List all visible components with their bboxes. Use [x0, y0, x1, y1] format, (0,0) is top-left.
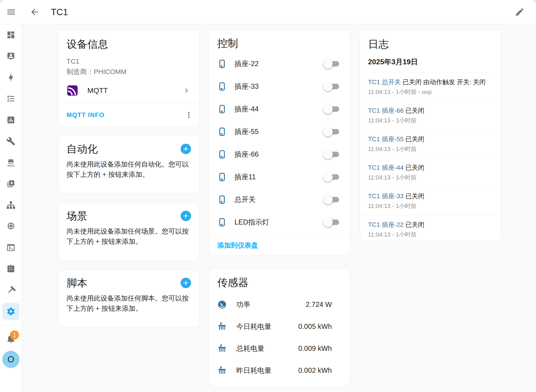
- meter-electric-icon: [217, 344, 227, 353]
- entity-toggle[interactable]: [324, 152, 339, 157]
- sensor-label: 总耗电量: [236, 344, 298, 353]
- logbook-action: 已关闭: [405, 193, 424, 200]
- logbook-entity-link[interactable]: TC1 插座-55: [368, 135, 404, 143]
- sensor-label: 昨日耗电量: [236, 366, 298, 375]
- control-row: 插座-44: [217, 98, 342, 120]
- logbook-action: 已关闭: [405, 221, 424, 228]
- page-title: TC1: [51, 7, 513, 17]
- add-button[interactable]: [181, 278, 191, 288]
- logbook-entity-link[interactable]: TC1 插座-22: [368, 221, 404, 228]
- sidebar-item-hacs[interactable]: [0, 152, 22, 173]
- integration-row-mqtt[interactable]: MQTT: [66, 85, 191, 96]
- control-row: 插座-66: [217, 143, 342, 166]
- hacs-icon: [6, 158, 15, 167]
- entity-toggle[interactable]: [324, 106, 339, 112]
- entity-toggle[interactable]: [324, 129, 339, 135]
- user-avatar[interactable]: O: [2, 351, 19, 368]
- logbook-title: 日志: [368, 38, 493, 50]
- card-scenes: 场景 尚未使用此设备添加任何场景。您可以按下上方的 + 按钮来添加。: [58, 202, 199, 261]
- logbook-time: 11:04:13 - 1小时前: [368, 202, 493, 210]
- sensor-row[interactable]: 功率 2.724 W: [217, 294, 342, 316]
- integration-label: MQTT: [87, 86, 182, 95]
- logbook-time: 11:04:13 - 1小时前: [368, 231, 493, 238]
- entity-label: 插座-55: [234, 127, 324, 136]
- sidebar-item-media[interactable]: [0, 173, 22, 194]
- socket-icon: [217, 149, 227, 159]
- sidebar-item-history[interactable]: [0, 109, 22, 131]
- sitemap-icon: [6, 201, 15, 210]
- dashboard-icon: [6, 30, 15, 39]
- add-button[interactable]: [181, 144, 191, 154]
- sidebar-item-settings[interactable]: [0, 301, 22, 322]
- logbook-entry: TC1 插座-55 已关闭 11:04:13 - 1小时前: [360, 130, 501, 158]
- hammer-icon: [6, 286, 15, 295]
- control-row: 插座11: [217, 166, 342, 188]
- sensor-label: 功率: [236, 300, 306, 309]
- person-badge-icon: [6, 51, 15, 61]
- logbook-card: 日志 2025年3月19日 TC1 总开关 已关闭 由动作触发 开关: 关闭 1…: [360, 30, 501, 241]
- entity-label: 插座-66: [234, 149, 324, 159]
- chevron-right-icon: [182, 86, 191, 95]
- entity-label: LED指示灯: [234, 218, 324, 227]
- device-info-card: 设备信息 TC1 制造商：PHICOMM MQTT: [58, 30, 199, 127]
- logbook-entity-link[interactable]: TC1 总开关: [368, 79, 401, 86]
- back-button[interactable]: [27, 5, 42, 19]
- socket-icon: [217, 104, 227, 114]
- logbook-time: 11:04:13 - 1小时前 - oop: [368, 88, 493, 96]
- sidebar-item-logbook[interactable]: [0, 88, 22, 109]
- sidebar-item-terminal[interactable]: [0, 237, 22, 258]
- sidebar-item-overview[interactable]: [0, 24, 22, 46]
- logbook-entity-link[interactable]: TC1 插座-66: [368, 107, 404, 114]
- sensor-row[interactable]: 今日耗电量 0.005 kWh: [217, 316, 342, 337]
- sensor-value: 0.005 kWh: [298, 322, 332, 331]
- logbook-time: 11:04:13 - 1小时前: [368, 174, 493, 182]
- meter-electric-icon: [217, 366, 227, 375]
- entity-toggle[interactable]: [324, 84, 339, 89]
- entity-toggle[interactable]: [324, 174, 339, 180]
- sidebar-item-esphome[interactable]: [0, 216, 22, 237]
- sidebar-item-people[interactable]: [0, 46, 22, 67]
- entity-label: 插座-33: [234, 82, 324, 91]
- card-title: 脚本: [66, 277, 87, 289]
- sensor-row[interactable]: 昨日耗电量 0.002 kWh: [217, 359, 342, 381]
- sensors-title: 传感器: [217, 276, 342, 289]
- sidebar-item-developer-tools[interactable]: [0, 280, 22, 301]
- entity-label: 插座-22: [234, 59, 324, 69]
- settings-icon: [6, 307, 15, 316]
- card-title: 自动化: [66, 143, 98, 155]
- column-controls: 控制 插座-22 插座-33: [209, 30, 350, 392]
- add-button[interactable]: [181, 211, 191, 221]
- wrench-icon: [6, 137, 15, 146]
- logbook-entry: TC1 总开关 已关闭 由动作触发 开关: 关闭 11:04:13 - 1小时前…: [360, 72, 501, 101]
- menu-button[interactable]: [4, 5, 18, 19]
- device-menu-icon[interactable]: [184, 110, 193, 120]
- entity-toggle[interactable]: [324, 61, 339, 66]
- device-info-title: 设备信息: [66, 38, 191, 50]
- add-to-dashboard-link[interactable]: 添加到仪表盘: [217, 241, 258, 250]
- mqtt-logo-icon: [66, 85, 78, 96]
- sensor-row[interactable]: 总耗电量 0.009 kWh: [217, 337, 342, 359]
- logbook-date: 2025年3月19日: [368, 57, 493, 67]
- socket-icon: [217, 59, 227, 69]
- sensor-value: 0.002 kWh: [298, 366, 332, 375]
- socket-icon: [217, 127, 227, 136]
- logbook-entity-link[interactable]: TC1 插座-33: [368, 193, 404, 200]
- mqtt-info-button[interactable]: MQTT INFO: [66, 111, 104, 119]
- sidebar-item-energy[interactable]: [0, 67, 22, 88]
- sidebar-item-todo[interactable]: [0, 258, 22, 280]
- control-row: 插座-22: [217, 52, 342, 75]
- main-content: 设备信息 TC1 制造商：PHICOMM MQTT: [22, 24, 536, 392]
- logbook-action: 已关闭: [405, 135, 424, 143]
- todo-list-icon: [6, 264, 15, 273]
- control-row: 插座-33: [217, 75, 342, 98]
- entity-toggle[interactable]: [324, 219, 339, 225]
- card-title: 场景: [66, 210, 87, 222]
- sidebar-item-sitemap[interactable]: [0, 194, 22, 216]
- logbook-entity-link[interactable]: TC1 插座-44: [368, 164, 404, 171]
- entity-toggle[interactable]: [324, 197, 339, 202]
- notifications-button[interactable]: 1: [0, 330, 22, 348]
- edit-device-button[interactable]: [513, 5, 527, 19]
- sidebar-item-tools[interactable]: [0, 131, 22, 152]
- entity-label: 插座11: [234, 172, 324, 182]
- logbook-entry: TC1 插座-44 已关闭 11:04:13 - 1小时前: [360, 158, 501, 187]
